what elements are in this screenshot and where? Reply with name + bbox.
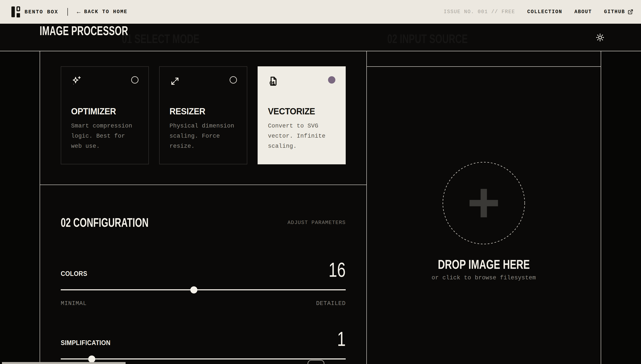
nav-collection[interactable]: COLLECTION bbox=[527, 9, 562, 15]
topbar-divider bbox=[68, 8, 68, 16]
topbar-right: ISSUE NO. 001 // FREE COLLECTION ABOUT G… bbox=[444, 9, 633, 15]
brand[interactable]: BENTO BOX bbox=[11, 6, 58, 18]
configuration-header: 02 CONFIGURATION ADJUST PARAMETERS bbox=[61, 206, 346, 238]
theme-toggle-button[interactable] bbox=[595, 32, 605, 43]
dashed-circle bbox=[442, 162, 525, 244]
colors-parameter: COLORS 16 MINIMAL DETAILED bbox=[61, 258, 346, 307]
scroll-grabber-pill[interactable] bbox=[308, 360, 324, 364]
colors-min-label: MINIMAL bbox=[61, 300, 86, 307]
sparkles-icon bbox=[71, 76, 82, 86]
drop-zone-title: DROP IMAGE HERE bbox=[422, 259, 545, 270]
mode-card-description: Convert to SVG vector. Infinite scaling. bbox=[268, 121, 335, 152]
mode-card-resizer[interactable]: RESIZER Physical dimension scaling. Forc… bbox=[159, 66, 247, 164]
simplification-slider[interactable] bbox=[61, 358, 346, 360]
nav-github-label: GITHUB bbox=[604, 9, 625, 15]
drop-target-circle[interactable] bbox=[442, 162, 525, 244]
mode-card-description: Smart compression logic. Best for web us… bbox=[71, 121, 138, 152]
colors-value: 16 bbox=[323, 262, 346, 278]
colors-slider[interactable] bbox=[61, 289, 346, 290]
horizontal-scrollbar-thumb[interactable] bbox=[2, 362, 126, 364]
back-arrow-icon: ← bbox=[77, 8, 81, 15]
colors-slider-thumb[interactable] bbox=[190, 286, 197, 293]
file-digit-icon bbox=[268, 76, 279, 86]
configuration-title: 02 CONFIGURATION bbox=[61, 217, 183, 228]
section-divider bbox=[40, 184, 366, 185]
colors-max-label: DETAILED bbox=[316, 300, 346, 307]
drop-zone-subtitle: or click to browse filesystem bbox=[432, 274, 536, 281]
sun-icon bbox=[596, 33, 604, 42]
app-header: 01 SELECT MODE 02 INPUT SOURCE IMAGE PRO… bbox=[0, 24, 641, 51]
mode-cards: OPTIMIZER Smart compression logic. Best … bbox=[61, 66, 346, 164]
nav-github[interactable]: GITHUB bbox=[604, 9, 633, 15]
radio-unselected[interactable] bbox=[230, 76, 237, 84]
simplification-label: SIMPLIFICATION bbox=[61, 339, 117, 347]
mode-card-optimizer[interactable]: OPTIMIZER Smart compression logic. Best … bbox=[61, 66, 149, 164]
colors-label: COLORS bbox=[61, 270, 91, 278]
issue-badge: ISSUE NO. 001 // FREE bbox=[444, 9, 515, 15]
simplification-parameter: SIMPLIFICATION 1 DETAILED ABSTRACT bbox=[61, 328, 346, 364]
simplification-value: 1 bbox=[334, 331, 346, 347]
radio-selected[interactable] bbox=[328, 76, 335, 84]
input-source-header-strip bbox=[367, 51, 601, 67]
back-to-home-label: BACK TO HOME bbox=[84, 9, 128, 15]
right-panel: DROP IMAGE HERE or click to browse files… bbox=[367, 51, 601, 364]
mode-card-title: VECTORIZE bbox=[268, 107, 335, 116]
simplification-slider-thumb[interactable] bbox=[88, 356, 96, 362]
left-panel: OPTIMIZER Smart compression logic. Best … bbox=[40, 51, 367, 364]
image-drop-zone[interactable]: DROP IMAGE HERE or click to browse files… bbox=[367, 67, 601, 281]
resize-arrows-icon bbox=[170, 76, 180, 86]
bento-box-logo-icon bbox=[11, 6, 20, 18]
mode-card-vectorize[interactable]: VECTORIZE Convert to SVG vector. Infinit… bbox=[258, 66, 346, 164]
mode-card-title: OPTIMIZER bbox=[71, 107, 138, 116]
back-to-home-link[interactable]: ← BACK TO HOME bbox=[77, 8, 128, 15]
mode-card-title: RESIZER bbox=[170, 107, 237, 116]
ghost-section-title-right: 02 INPUT SOURCE bbox=[387, 33, 499, 44]
top-bar: BENTO BOX ← BACK TO HOME ISSUE NO. 001 /… bbox=[0, 0, 641, 24]
brand-label: BENTO BOX bbox=[24, 9, 58, 15]
radio-unselected[interactable] bbox=[131, 76, 138, 84]
configuration-subtitle: ADJUST PARAMETERS bbox=[288, 220, 346, 226]
image-processor-page: BENTO BOX ← BACK TO HOME ISSUE NO. 001 /… bbox=[0, 0, 641, 364]
nav-about[interactable]: ABOUT bbox=[574, 9, 592, 15]
mode-card-description: Physical dimension scaling. Force resize… bbox=[170, 121, 237, 152]
external-link-icon bbox=[628, 9, 633, 15]
page-title: IMAGE PROCESSOR bbox=[40, 25, 170, 36]
